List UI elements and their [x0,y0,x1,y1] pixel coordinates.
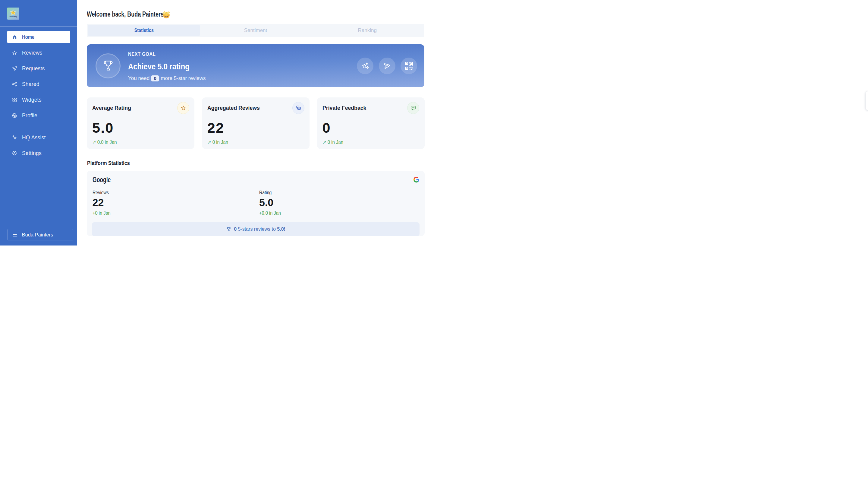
svg-text:REVIEWHQ: REVIEWHQ [10,16,17,18]
